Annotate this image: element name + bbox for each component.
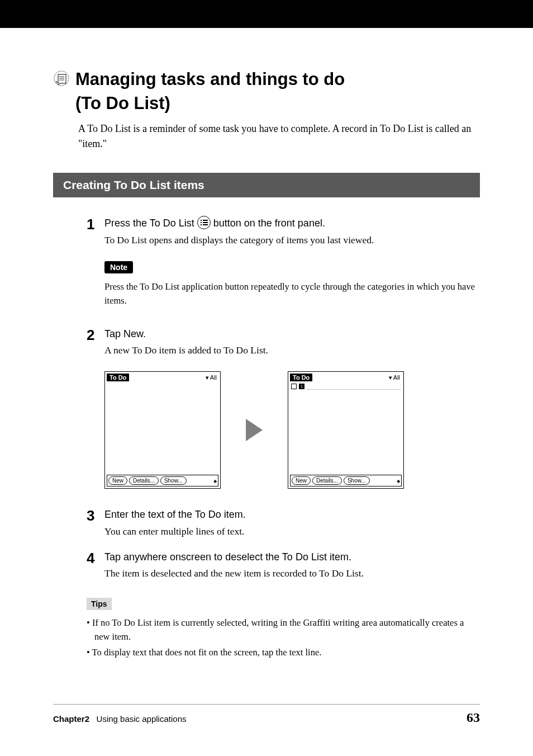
palm-app-title: To Do bbox=[107, 374, 129, 381]
footer-chapter-label: Chapter2 bbox=[53, 714, 89, 724]
step-1: 1 Press the To Do List button on the fro… bbox=[53, 217, 480, 248]
tips-label: Tips bbox=[87, 598, 112, 610]
palm-category-label: All bbox=[210, 374, 217, 381]
page-title: Managing tasks and things to do (To Do L… bbox=[75, 67, 345, 116]
tips-list: If no To Do List item is currently selec… bbox=[87, 616, 480, 660]
palm-app-title: To Do bbox=[290, 374, 312, 381]
palm-screen-after: To Do ▾ All 1 New Details... Show... ♠ bbox=[288, 371, 404, 489]
palm-show-button[interactable]: Show... bbox=[344, 476, 370, 485]
footer-chapter-title: Using basic applications bbox=[97, 714, 187, 724]
step-body: You can enter multiple lines of text. bbox=[104, 524, 480, 538]
page-footer: Chapter2 Using basic applications 63 bbox=[53, 704, 480, 725]
palm-todo-item[interactable]: 1 bbox=[288, 382, 403, 390]
step-heading: Enter the text of the To Do item. bbox=[104, 508, 480, 521]
step-content: Tap New. A new To Do item is added to To… bbox=[104, 328, 480, 358]
palm-category-dropdown[interactable]: ▾ All bbox=[206, 374, 217, 381]
step-heading: Press the To Do List button on the front… bbox=[104, 217, 480, 230]
step-body: A new To Do item is added to To Do List. bbox=[104, 343, 480, 357]
step-heading: Tap anywhere onscreen to deselect the To… bbox=[104, 551, 480, 564]
dropdown-arrow-icon: ▾ bbox=[206, 374, 209, 381]
step1-heading-pre: Press the To Do List bbox=[104, 218, 197, 229]
step-number: 1 bbox=[87, 217, 104, 248]
top-black-bar bbox=[0, 0, 533, 28]
palm-details-button[interactable]: Details... bbox=[312, 476, 342, 485]
step1-heading-post: button on the front panel. bbox=[211, 218, 325, 229]
step-2: 2 Tap New. A new To Do item is added to … bbox=[53, 328, 480, 358]
step-content: Tap anywhere onscreen to deselect the To… bbox=[104, 551, 480, 581]
palm-footer: New Details... Show... ♠ bbox=[290, 475, 402, 486]
step-number: 3 bbox=[87, 508, 104, 538]
step-content: Enter the text of the To Do item. You ca… bbox=[104, 508, 480, 538]
page-content: Managing tasks and things to do (To Do L… bbox=[0, 28, 533, 659]
checkbox-icon[interactable] bbox=[291, 384, 297, 389]
tip-item: To display text that does not fit on the… bbox=[87, 645, 480, 660]
scroll-up-icon[interactable]: ♠ bbox=[397, 478, 400, 484]
title-line1: Managing tasks and things to do bbox=[75, 69, 345, 89]
step-content: Press the To Do List button on the front… bbox=[104, 217, 480, 248]
palm-category-label: All bbox=[393, 374, 400, 381]
todolist-button-icon bbox=[197, 216, 211, 229]
svg-rect-1 bbox=[58, 74, 66, 83]
palm-footer: New Details... Show... ♠ bbox=[107, 475, 218, 486]
step-heading: Tap New. bbox=[104, 328, 480, 341]
palm-details-button[interactable]: Details... bbox=[129, 476, 159, 485]
arrow-right-icon bbox=[246, 419, 263, 441]
dropdown-arrow-icon: ▾ bbox=[389, 374, 392, 381]
palm-new-button[interactable]: New bbox=[108, 476, 127, 485]
page-title-row: Managing tasks and things to do (To Do L… bbox=[53, 67, 480, 116]
palm-header: To Do ▾ All bbox=[105, 372, 220, 382]
step-number: 4 bbox=[87, 551, 104, 581]
tip-item: If no To Do List item is currently selec… bbox=[87, 616, 480, 644]
intro-paragraph: A To Do List is a reminder of some task … bbox=[78, 121, 480, 152]
palm-new-button[interactable]: New bbox=[292, 476, 311, 485]
palm-show-button[interactable]: Show... bbox=[160, 476, 187, 485]
section-heading: Creating To Do List items bbox=[53, 173, 480, 197]
title-line2: (To Do List) bbox=[75, 93, 170, 113]
step-number: 2 bbox=[87, 328, 104, 358]
page-number: 63 bbox=[467, 710, 480, 725]
step-body: To Do List opens and displays the catego… bbox=[104, 233, 480, 247]
palm-category-dropdown[interactable]: ▾ All bbox=[389, 374, 400, 381]
note-label: Note bbox=[104, 261, 133, 273]
footer-chapter: Chapter2 Using basic applications bbox=[53, 714, 186, 724]
scroll-up-icon[interactable]: ♠ bbox=[213, 478, 217, 484]
step-body: The item is deselected and the new item … bbox=[104, 566, 480, 580]
screenshots-row: To Do ▾ All New Details... Show... ♠ To … bbox=[104, 371, 480, 489]
priority-badge[interactable]: 1 bbox=[299, 384, 304, 389]
note-text: Press the To Do List application button … bbox=[104, 280, 480, 308]
step-4: 4 Tap anywhere onscreen to deselect the … bbox=[53, 551, 480, 581]
step-3: 3 Enter the text of the To Do item. You … bbox=[53, 508, 480, 538]
todo-text-input[interactable] bbox=[307, 383, 401, 390]
palm-screen-before: To Do ▾ All New Details... Show... ♠ bbox=[104, 371, 221, 489]
todo-title-icon bbox=[53, 70, 70, 87]
palm-header: To Do ▾ All bbox=[288, 372, 403, 382]
